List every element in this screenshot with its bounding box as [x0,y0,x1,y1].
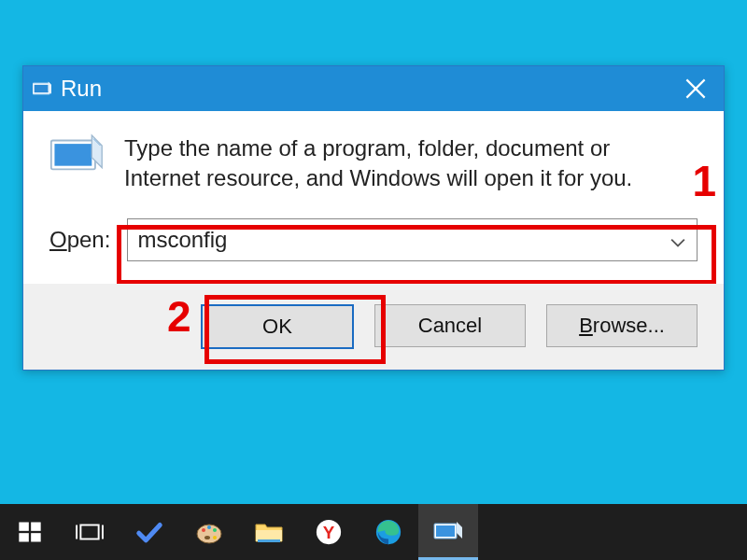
taskbar-todo[interactable] [120,504,179,560]
svg-rect-10 [31,533,40,541]
run-dialog: Run Type the name of a program, folder, … [22,65,725,371]
svg-rect-7 [19,523,28,531]
open-combobox[interactable]: msconfig [127,218,698,261]
task-view-button[interactable] [60,504,120,560]
browse-button[interactable]: Browse... [546,304,698,347]
instructions-text: Type the name of a program, folder, docu… [124,133,698,194]
svg-rect-9 [19,533,28,541]
run-icon [33,81,51,96]
dialog-body: Type the name of a program, folder, docu… [23,111,724,284]
taskbar-run[interactable] [418,504,478,560]
close-button[interactable] [668,66,724,111]
svg-rect-8 [31,523,40,531]
svg-rect-1 [35,85,49,92]
paint-icon [194,517,224,547]
yandex-icon: Y [315,518,343,546]
open-value: msconfig [137,227,227,253]
todo-icon [135,518,163,546]
open-label: Open: [49,227,110,253]
svg-text:Y: Y [323,523,335,542]
ok-button[interactable]: OK [201,304,354,349]
taskbar-explorer[interactable] [239,504,299,560]
taskbar: Y [0,504,747,560]
window-title: Run [61,76,668,102]
cancel-button[interactable]: Cancel [374,304,526,347]
windows-icon [17,519,43,545]
chevron-down-icon[interactable] [670,227,685,253]
svg-point-16 [207,525,211,529]
svg-rect-5 [54,144,92,166]
start-button[interactable] [0,504,60,560]
run-taskbar-icon [433,520,463,542]
button-row: OK Cancel Browse... 2 [23,284,724,370]
titlebar: Run [23,66,724,111]
annotation-number-2: 2 [167,291,191,342]
taskbar-yandex[interactable]: Y [299,504,359,560]
taskbar-edge[interactable] [359,504,418,560]
svg-point-17 [213,528,217,532]
svg-rect-26 [436,525,455,537]
edge-icon [374,518,402,546]
close-icon [685,78,706,99]
run-large-icon [49,133,104,178]
svg-rect-21 [258,539,280,542]
svg-point-19 [204,536,210,539]
svg-point-18 [213,536,217,539]
svg-rect-11 [80,525,98,539]
svg-point-15 [202,528,205,532]
task-view-icon [76,520,104,544]
taskbar-paint[interactable] [179,504,239,560]
folder-icon [254,519,284,545]
